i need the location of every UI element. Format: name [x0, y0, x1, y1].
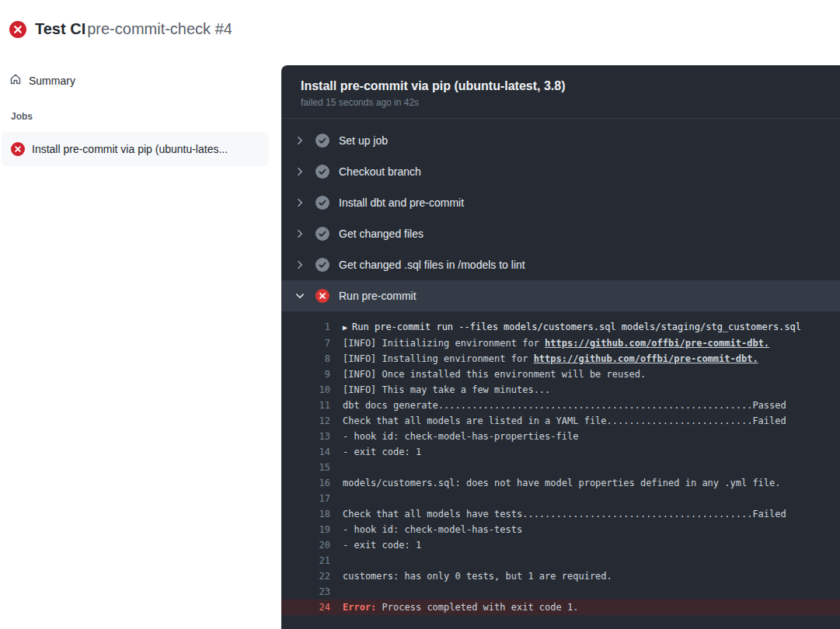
- step-label: Run pre-commit: [339, 290, 417, 302]
- log-line-number[interactable]: 17: [281, 491, 330, 506]
- step-success-icon: [315, 196, 329, 210]
- run-name: pre-commit-check #4: [87, 20, 232, 37]
- log-line: 10[INFO] This may take a few minutes...: [281, 382, 840, 398]
- log-text-segment: dbt docs generate.......................…: [343, 400, 786, 411]
- home-icon: [9, 73, 22, 89]
- log-text-segment: Check that all models are listed in a YA…: [343, 415, 786, 426]
- log-line-number[interactable]: 15: [281, 460, 330, 475]
- step-row[interactable]: Get changed files: [281, 218, 840, 249]
- steps-list: Set up jobCheckout branchInstall dbt and…: [281, 119, 840, 311]
- log-text-segment: - exit code: 1: [343, 540, 421, 551]
- log-line: 12Check that all models are listed in a …: [281, 413, 840, 429]
- job-log-panel: Install pre-commit via pip (ubuntu-lates…: [281, 65, 840, 629]
- log-line: 8[INFO] Installing environment for https…: [281, 351, 840, 367]
- jobs-list: Install pre-commit via pip (ubuntu-lates…: [0, 132, 272, 166]
- log-line-number[interactable]: 21: [281, 553, 330, 568]
- chevron-right-icon[interactable]: [294, 134, 306, 147]
- log-line-number[interactable]: 1: [281, 319, 330, 335]
- step-row[interactable]: Set up job: [281, 125, 840, 156]
- log-text-segment: models/customers.sql: does not have mode…: [343, 478, 781, 488]
- job-status-subtitle: failed 15 seconds ago in 42s: [301, 97, 821, 108]
- step-row[interactable]: Run pre-commit: [281, 280, 840, 311]
- chevron-down-icon[interactable]: [294, 290, 306, 302]
- log-line-number[interactable]: 12: [281, 413, 330, 429]
- log-text-segment: Check that all models have tests........…: [343, 509, 786, 520]
- log-line: 14- exit code: 1: [281, 444, 840, 460]
- log-line-text: - exit code: 1: [343, 537, 421, 553]
- log-line-text: - hook id: check-model-has-properties-fi…: [343, 429, 578, 444]
- log-line: 21: [281, 553, 840, 568]
- log-line: 22customers: has only 0 tests, but 1 are…: [281, 568, 840, 584]
- log-link[interactable]: https://github.com/offbi/pre-commit-dbt.: [545, 338, 769, 349]
- log-command-text: Run pre-commit run --files models/custom…: [352, 321, 801, 332]
- log-line-text: ▶ Run pre-commit run --files models/cust…: [343, 319, 801, 335]
- log-line: 16models/customers.sql: does not have mo…: [281, 475, 840, 491]
- sidebar-job-item[interactable]: Install pre-commit via pip (ubuntu-lates…: [2, 132, 269, 166]
- log-line-text: - exit code: 1: [343, 444, 421, 460]
- step-label: Install dbt and pre-commit: [339, 196, 464, 209]
- log-line-text: [INFO] Initializing environment for http…: [343, 335, 769, 351]
- log-error-label: Error:: [343, 602, 382, 613]
- log-text-segment: - exit code: 1: [343, 447, 421, 457]
- sidebar: Summary Jobs Install pre-commit via pip …: [0, 65, 272, 629]
- log-text-segment: [INFO] Once installed this environment w…: [343, 369, 646, 380]
- step-success-icon: [315, 134, 329, 148]
- log-line: 15: [281, 460, 840, 475]
- log-line-number[interactable]: 10: [281, 382, 330, 398]
- log-line-number[interactable]: 7: [281, 335, 330, 351]
- log-group-toggle-icon[interactable]: ▶: [343, 323, 352, 332]
- log-line-number[interactable]: 13: [281, 429, 330, 444]
- log-line-text: customers: has only 0 tests, but 1 are r…: [343, 568, 612, 584]
- log-line-number[interactable]: 18: [281, 506, 330, 522]
- step-row[interactable]: Checkout branch: [281, 156, 840, 187]
- step-failed-icon: [315, 289, 329, 303]
- log-text-segment: [INFO] Initializing environment for: [343, 338, 545, 349]
- log-line-number[interactable]: 9: [281, 367, 330, 382]
- log-line-text: Check that all models are listed in a YA…: [343, 413, 786, 429]
- chevron-right-icon[interactable]: [294, 228, 306, 240]
- log-line-text: models/customers.sql: does not have mode…: [343, 475, 781, 491]
- workflow-name: Test CI: [35, 20, 85, 37]
- log-line-text: [INFO] Once installed this environment w…: [343, 367, 646, 382]
- summary-label: Summary: [29, 75, 75, 87]
- log-line-number[interactable]: 8: [281, 351, 330, 367]
- log-line-number[interactable]: 16: [281, 475, 330, 491]
- log-line-text: - hook id: check-model-has-tests: [343, 522, 522, 537]
- log-link[interactable]: https://github.com/offbi/pre-commit-dbt.: [534, 353, 758, 364]
- chevron-right-icon[interactable]: [294, 259, 306, 271]
- step-row[interactable]: Get changed .sql files in /models to lin…: [281, 249, 840, 280]
- log-text-segment: - hook id: check-model-has-properties-fi…: [343, 431, 578, 442]
- job-panel-header: Install pre-commit via pip (ubuntu-lates…: [281, 65, 840, 119]
- log-line: 13- hook id: check-model-has-properties-…: [281, 429, 840, 444]
- chevron-right-icon[interactable]: [294, 196, 306, 209]
- log-line-text: Error: Process completed with exit code …: [343, 599, 578, 615]
- log-line-text: [INFO] Installing environment for https:…: [343, 351, 758, 367]
- log-text-segment: customers: has only 0 tests, but 1 are r…: [343, 571, 612, 582]
- log-line-number[interactable]: 11: [281, 398, 330, 413]
- log-line-number[interactable]: 20: [281, 537, 330, 553]
- run-title: Test CIpre-commit-check #4: [35, 20, 232, 38]
- log-line-text: [INFO] This may take a few minutes...: [343, 382, 550, 398]
- log-line-number[interactable]: 14: [281, 444, 330, 460]
- run-header: Test CIpre-commit-check #4: [9, 20, 232, 38]
- run-failed-icon: [9, 21, 26, 38]
- log-line: 7[INFO] Initializing environment for htt…: [281, 335, 840, 351]
- sidebar-item-summary[interactable]: Summary: [9, 73, 272, 89]
- log-line-number[interactable]: 24: [281, 599, 330, 615]
- log-line: 18Check that all models have tests......…: [281, 506, 840, 522]
- job-failed-icon: [11, 142, 25, 156]
- log-error-line: 24Error: Process completed with exit cod…: [281, 599, 840, 615]
- log-line: 11dbt docs generate.....................…: [281, 398, 840, 413]
- log-line-number[interactable]: 22: [281, 568, 330, 584]
- step-label: Get changed files: [339, 228, 423, 240]
- step-label: Set up job: [339, 134, 388, 147]
- chevron-right-icon[interactable]: [294, 165, 306, 178]
- step-success-icon: [315, 258, 329, 272]
- step-row[interactable]: Install dbt and pre-commit: [281, 187, 840, 218]
- log-line-number[interactable]: 23: [281, 584, 330, 599]
- step-success-icon: [315, 227, 329, 241]
- log-text-segment: [INFO] Installing environment for: [343, 353, 534, 364]
- jobs-section-label: Jobs: [11, 110, 272, 123]
- log-line-text: Check that all models have tests........…: [343, 506, 786, 522]
- log-line-number[interactable]: 19: [281, 522, 330, 537]
